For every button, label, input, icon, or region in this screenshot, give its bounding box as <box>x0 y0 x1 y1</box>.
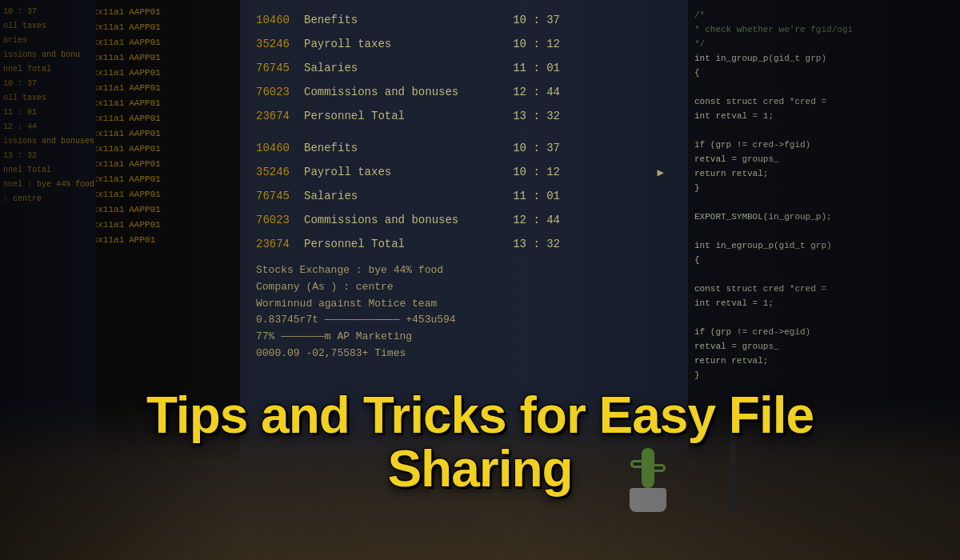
code-line: */ <box>694 37 954 51</box>
code-line: } <box>694 181 954 195</box>
left-preview-row: nnel Total <box>3 163 93 178</box>
left-preview-row: aries <box>3 34 93 48</box>
cactus-arm-left <box>630 460 642 468</box>
code-line: int retval = 1; <box>694 109 954 123</box>
left-preview-row: 11 : 01 <box>3 106 93 120</box>
code-line: int in_egroup_p(gid_t grp) <box>694 238 954 253</box>
misc-text-line: 0000.09 -02,75583+ Times <box>256 346 672 362</box>
left-preview-row: 12 : 44 <box>3 120 93 134</box>
misc-text-line: 77% ———————m AP Marketing <box>256 329 672 346</box>
data-row: 35246Payroll taxes10 : 12▶ <box>256 160 672 184</box>
misc-text-line: Stocks Exchange : bye 44% food <box>256 262 672 279</box>
code-line: { <box>694 253 954 267</box>
code-line: const struct cred *cred = <box>694 282 954 296</box>
monitor-arm <box>730 416 736 512</box>
code-line: EXPORT_SYMBOL(in_group_p); <box>694 210 954 224</box>
code-line: const struct cred *cred = <box>694 94 954 109</box>
data-row: 23674Personnel Total13 : 32 <box>256 104 672 128</box>
row-arrow-indicator: ▶ <box>658 166 664 179</box>
code-line: } <box>694 368 954 382</box>
misc-text-line: Worminnud against Motice team <box>256 296 672 313</box>
code-line: int in_group_p(gid_t grp) <box>694 51 954 66</box>
cactus-body <box>642 448 654 488</box>
left-preview-row: issions and bonu <box>3 48 93 62</box>
code-line: /* <box>694 8 954 22</box>
code-line <box>694 123 954 138</box>
code-line: if (grp != cred->egid) <box>694 325 954 339</box>
desk-surface <box>0 400 960 560</box>
data-row: 10460Benefits10 : 37 <box>256 136 672 160</box>
code-line: * check whether we're fgid/ogi <box>694 22 954 37</box>
code-line: retval = groups_ <box>694 339 954 354</box>
data-row: 23674Personnel Total13 : 32 <box>256 232 672 256</box>
cactus-pot <box>630 488 666 512</box>
spreadsheet-content: 10460Benefits10 : 3735246Payroll taxes10… <box>240 0 688 370</box>
code-line: { <box>694 66 954 80</box>
code-line <box>694 224 954 238</box>
left-preview-row: nnel : bye 44% food <box>3 178 93 192</box>
misc-text-line: 0.83745r7t ———————————— +453u594 <box>256 312 672 329</box>
data-row: 76023Commissions and bonuses12 : 44 <box>256 80 672 104</box>
data-row: 76745Salaries11 : 01 <box>256 184 672 208</box>
code-line: return retval; <box>694 166 954 181</box>
cactus-arm-right <box>654 464 666 472</box>
code-line: retval = groups_ <box>694 152 954 166</box>
left-preview-row: nnel Total <box>3 62 93 77</box>
code-line <box>694 195 954 210</box>
cactus-decoration <box>624 448 672 512</box>
left-preview-row: : centre <box>3 192 93 206</box>
code-line <box>694 267 954 282</box>
code-line: if (grp != cred->fgid) <box>694 138 954 152</box>
code-line: int retval = 1; <box>694 296 954 310</box>
left-preview-row: issions and bonuses <box>3 134 93 149</box>
left-preview-row: 10 : 37 <box>3 77 93 91</box>
left-preview-row: 13 : 32 <box>3 149 93 163</box>
data-row: 76023Commissions and bonuses12 : 44 <box>256 208 672 232</box>
left-preview-row: 10 : 37 <box>3 5 93 19</box>
misc-text-line: Company (As ) : centre <box>256 279 672 296</box>
left-preview-row: oll taxes <box>3 91 93 106</box>
data-row: 76745Salaries11 : 01 <box>256 56 672 80</box>
code-line: return retval; <box>694 354 954 368</box>
left-preview-row: oll taxes <box>3 19 93 34</box>
code-line <box>694 80 954 94</box>
data-row: 35246Payroll taxes10 : 12 <box>256 32 672 56</box>
code-line <box>694 310 954 325</box>
data-row: 10460Benefits10 : 37 <box>256 8 672 32</box>
